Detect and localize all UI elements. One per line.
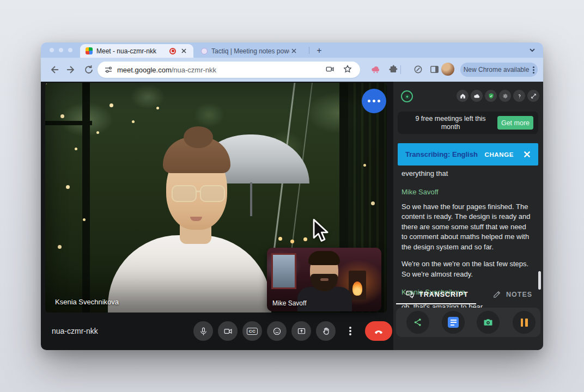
browser-menu-icon[interactable] (533, 69, 534, 71)
close-tab-icon[interactable] (289, 47, 298, 56)
shield-check-icon[interactable] (485, 90, 497, 102)
tactiq-floating-bubble[interactable] (362, 89, 386, 113)
transcript-speaker: Mike Savoff (402, 188, 532, 196)
microphone-button[interactable] (193, 321, 213, 341)
captions-icon: CC (247, 328, 258, 335)
profile-avatar[interactable] (441, 63, 454, 76)
home-icon[interactable] (457, 90, 469, 102)
more-options-button[interactable] (340, 321, 360, 341)
new-chrome-label: New Chrome available (464, 66, 530, 74)
maximize-window-icon[interactable] (68, 48, 72, 52)
get-more-button[interactable]: Get more (497, 116, 533, 130)
free-meetings-text: 9 free meetings left this month (410, 115, 491, 131)
browser-toolbar: meet.google.com/nua-czmr-nkk New Chrome … (41, 58, 543, 82)
captions-button[interactable]: CC (242, 321, 262, 341)
minimize-window-icon[interactable] (59, 48, 63, 52)
browser-window: Meet - nua-czmr-nkk Tactiq | Meeting not… (41, 42, 543, 350)
side-panel-icon[interactable] (429, 64, 440, 75)
meet-content: Ksenia Svechnikova Mike Savoff (41, 82, 543, 350)
meet-favicon-icon (86, 47, 93, 54)
transcript-chat-icon (405, 290, 415, 299)
tab-search-chevron-icon[interactable] (528, 46, 537, 54)
tab-strip: Meet - nua-czmr-nkk Tactiq | Meeting not… (41, 42, 543, 58)
new-tab-button[interactable]: + (313, 45, 325, 57)
tactiq-sidebar: 9 free meetings left this month Get more… (393, 82, 543, 350)
recording-indicator-icon (169, 48, 176, 54)
forward-icon[interactable] (66, 64, 77, 75)
pip-video-tile[interactable]: Mike Savoff (267, 248, 381, 311)
back-icon[interactable] (48, 64, 59, 75)
tab-notes[interactable]: NOTES (492, 290, 532, 299)
tab-meet[interactable]: Meet - nua-czmr-nkk (80, 44, 193, 58)
new-chrome-button[interactable]: New Chrome available (460, 63, 538, 77)
tab-camera-icon[interactable] (325, 64, 336, 75)
camera-button[interactable] (218, 321, 238, 341)
meeting-code: nua-czmr-nkk (52, 327, 98, 335)
tab-divider (309, 47, 309, 54)
close-banner-icon[interactable] (524, 151, 538, 158)
traffic-lights[interactable] (50, 48, 72, 52)
participant-name-label: Ksenia Svechnikova (55, 298, 119, 306)
active-tab-underline (396, 303, 476, 304)
site-info-icon[interactable] (104, 65, 113, 74)
tactiq-action-bar (396, 308, 540, 337)
screenshot-camera-icon (483, 317, 494, 328)
transcribing-label: Transcribing: English (405, 150, 485, 158)
pause-button[interactable] (513, 311, 536, 334)
change-language-button[interactable]: CHANGE (485, 151, 514, 158)
screenshot-button[interactable] (477, 311, 500, 334)
help-icon[interactable] (513, 90, 525, 102)
transcript-text: everything that (402, 169, 532, 179)
desktop-background: Meet - nua-czmr-nkk Tactiq | Meeting not… (0, 0, 584, 392)
extensions-puzzle-icon[interactable] (388, 64, 399, 75)
free-meetings-banner: 9 free meetings left this month Get more (398, 112, 538, 134)
tab-title: Tactiq | Meeting notes powe (211, 47, 289, 55)
tactiq-favicon-icon (201, 48, 208, 54)
sidebar-header-icons (457, 90, 539, 102)
pause-icon (521, 318, 528, 327)
notes-pencil-icon (492, 290, 502, 299)
google-docs-button[interactable] (442, 311, 465, 334)
close-window-icon[interactable] (50, 48, 54, 52)
transcribing-banner: Transcribing: English CHANGE (398, 143, 538, 166)
close-tab-icon[interactable] (179, 47, 188, 56)
tab-transcript[interactable]: TRANSCRIPT (405, 290, 469, 299)
transcript-text: We're on the we're on the last few steps… (402, 259, 532, 279)
mouse-cursor (312, 219, 331, 244)
expand-icon[interactable] (527, 90, 539, 102)
share-button[interactable] (406, 311, 429, 334)
docs-icon (448, 317, 459, 328)
address-bar[interactable]: meet.google.com/nua-czmr-nkk (98, 62, 360, 78)
cloud-icon[interactable] (471, 90, 483, 102)
pip-name-label: Mike Savoff (272, 299, 306, 307)
transcript-scrollbar[interactable] (538, 271, 541, 290)
tactiq-logo-icon (401, 90, 413, 102)
url-text: meet.google.com/nua-czmr-nkk (117, 66, 325, 74)
extension-a-icon[interactable] (370, 64, 381, 75)
transcript-text: So we have the four pages finished. The … (402, 202, 532, 253)
reload-icon[interactable] (83, 64, 94, 75)
raise-hand-button[interactable] (316, 321, 336, 341)
more-options-icon (349, 330, 351, 332)
toolbar-divider (400, 65, 401, 74)
sidebar-tabs: TRANSCRIPT NOTES (393, 290, 543, 304)
present-button[interactable] (291, 321, 311, 341)
extension-b-icon[interactable] (413, 64, 424, 75)
end-call-icon (373, 326, 384, 336)
reactions-button[interactable] (267, 321, 287, 341)
end-call-button[interactable] (365, 321, 392, 341)
tab-tactiq[interactable]: Tactiq | Meeting notes powe (196, 44, 303, 58)
tab-title: Meet - nua-czmr-nkk (96, 47, 166, 55)
meet-controls: CC (193, 321, 392, 341)
share-icon (413, 317, 423, 327)
settings-gear-icon[interactable] (499, 90, 511, 102)
bookmark-star-icon[interactable] (343, 64, 354, 75)
